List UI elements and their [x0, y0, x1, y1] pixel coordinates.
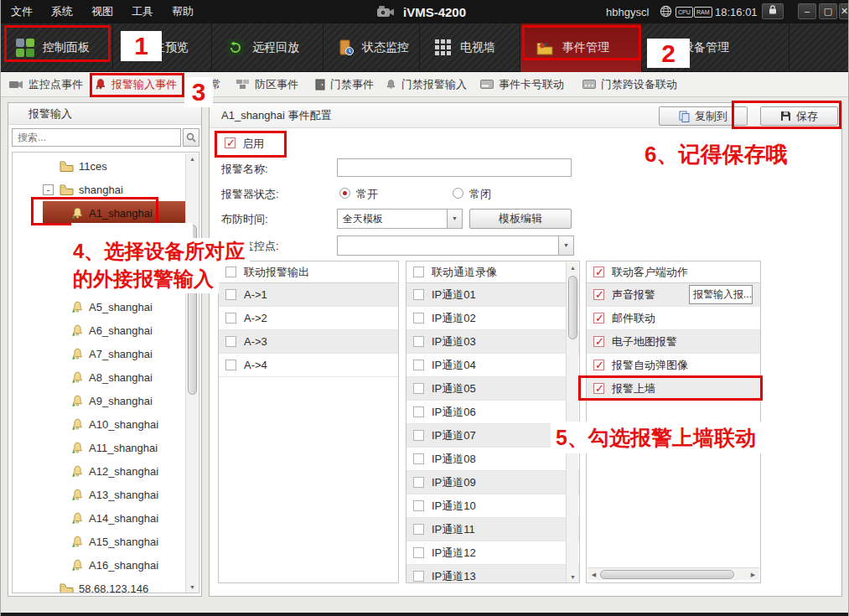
option-checkbox[interactable]: [225, 336, 236, 347]
linkage-option-row[interactable]: IP通道09: [406, 471, 579, 494]
option-checkbox[interactable]: [225, 289, 236, 300]
header-checkbox[interactable]: [225, 267, 236, 277]
network-globe-icon[interactable]: [660, 5, 672, 18]
channel-scrollbar[interactable]: ▲ ▼: [566, 262, 578, 583]
scroll-right-icon[interactable]: ▶: [747, 568, 759, 580]
event-tab-zone-event[interactable]: 防区事件: [236, 77, 298, 92]
option-checkbox[interactable]: [413, 406, 424, 417]
option-checkbox[interactable]: [593, 360, 604, 370]
normally-open-radio[interactable]: [339, 188, 350, 199]
option-checkbox[interactable]: [413, 313, 424, 324]
ram-usage-icon[interactable]: RAM: [694, 7, 712, 18]
event-tab-device-exception-partial[interactable]: 常: [210, 77, 221, 92]
lock-button[interactable]: [762, 3, 784, 19]
client-action-hscrollbar[interactable]: ◀ ▶: [588, 567, 759, 580]
linkage-option-row[interactable]: IP通道12: [406, 541, 579, 565]
search-button[interactable]: [183, 128, 199, 147]
tree-item[interactable]: - A16_shanghai: [13, 553, 186, 577]
linkage-option-row[interactable]: A->1: [219, 283, 398, 307]
option-checkbox[interactable]: [593, 313, 604, 324]
option-checkbox[interactable]: [413, 336, 424, 347]
option-checkbox[interactable]: [593, 383, 604, 394]
save-button[interactable]: 保存: [760, 106, 838, 126]
linkage-option-row[interactable]: IP通道03: [406, 330, 579, 354]
tree-item[interactable]: - A6_shanghai: [13, 318, 186, 342]
channel-scrollbar-thumb[interactable]: [568, 276, 577, 339]
header-checkbox[interactable]: [413, 267, 424, 277]
option-checkbox[interactable]: [225, 360, 236, 370]
menu-help[interactable]: 帮助: [168, 3, 197, 21]
option-checkbox[interactable]: [593, 336, 604, 347]
tree-scrollbar[interactable]: ▲ ▼: [185, 153, 198, 593]
chevron-down-icon[interactable]: ▼: [447, 210, 462, 228]
menu-file[interactable]: 文件: [8, 3, 36, 21]
scroll-up-icon[interactable]: ▲: [186, 153, 199, 165]
linkage-option-row[interactable]: IP通道11: [406, 518, 579, 541]
tree-item[interactable]: - A7_shanghai: [13, 342, 186, 365]
linkage-option-row[interactable]: IP通道02: [406, 307, 579, 330]
tree-item[interactable]: - 58.68.123.146: [13, 577, 186, 593]
sound-type-combo[interactable]: 报警输入报...: [689, 285, 753, 304]
linkage-option-row[interactable]: 电子地图报警: [587, 330, 760, 354]
tab-remote-playback[interactable]: 远程回放: [212, 23, 324, 72]
option-checkbox[interactable]: [413, 477, 424, 488]
scroll-down-icon[interactable]: ▼: [567, 572, 579, 583]
enable-checkbox[interactable]: [225, 137, 236, 148]
scroll-up-icon[interactable]: ▲: [567, 262, 579, 274]
option-checkbox[interactable]: [413, 547, 424, 558]
tree-item[interactable]: - A11_shanghai: [13, 436, 186, 459]
search-input[interactable]: [12, 128, 181, 147]
hscrollbar-thumb[interactable]: [600, 570, 734, 579]
tab-status-monitor[interactable]: 状态监控: [324, 23, 420, 72]
linkage-option-row[interactable]: 报警自动弹图像: [587, 354, 760, 377]
trigger-camera-select[interactable]: ▼: [337, 236, 574, 256]
event-tab-cross-device-linkage[interactable]: 门禁跨设备联动: [582, 77, 677, 92]
linkage-option-row[interactable]: IP通道07: [406, 424, 579, 448]
option-checkbox[interactable]: [225, 313, 236, 324]
event-tab-card-linkage[interactable]: 事件卡号联动: [480, 77, 564, 92]
linkage-option-row[interactable]: IP通道13: [406, 565, 579, 583]
option-checkbox[interactable]: [413, 524, 424, 535]
window-minimize-button[interactable]: –: [798, 3, 816, 19]
tree-item[interactable]: - A1_shanghai: [43, 201, 186, 225]
event-tab-access-event[interactable]: 门禁事件: [315, 77, 374, 92]
window-maximize-button[interactable]: ▢: [819, 3, 837, 19]
tab-device-management[interactable]: 设备管理: [642, 23, 789, 72]
tree-item[interactable]: - A8_shanghai: [13, 365, 186, 389]
tree-item[interactable]: - A10_shanghai: [13, 412, 186, 436]
tree-item[interactable]: - A3_shanghai: [13, 248, 186, 272]
tree-item[interactable]: - A13_shanghai: [13, 483, 186, 506]
tree-item[interactable]: - A12_shanghai: [13, 459, 186, 483]
option-checkbox[interactable]: [413, 500, 424, 511]
arming-template-select[interactable]: 全天模板 ▼: [337, 209, 463, 229]
tree-item[interactable]: - A9_shanghai: [13, 389, 186, 412]
copy-to-button[interactable]: 复制到: [659, 106, 748, 126]
linkage-option-row[interactable]: IP通道06: [406, 401, 579, 424]
alarm-name-input[interactable]: [337, 158, 572, 177]
tree-item[interactable]: - A4_shanghai: [13, 272, 186, 295]
tab-event-management[interactable]: 事件管理: [520, 23, 642, 72]
option-checkbox[interactable]: [413, 453, 424, 464]
linkage-option-row[interactable]: IP通道05: [406, 377, 579, 401]
option-checkbox[interactable]: [593, 289, 604, 300]
event-tab-camera-event[interactable]: 监控点事件: [9, 77, 83, 92]
event-tab-alarm-input-event[interactable]: 报警输入事件: [95, 77, 177, 92]
tab-main-view[interactable]: 主预览: [113, 23, 212, 72]
menu-view[interactable]: 视图: [88, 3, 116, 21]
collapse-toggle[interactable]: -: [43, 184, 54, 195]
linkage-option-row[interactable]: IP通道04: [406, 354, 579, 377]
normally-closed-radio[interactable]: [453, 188, 463, 199]
tab-tv-wall[interactable]: 电视墙: [420, 23, 520, 72]
tree-item[interactable]: - 11ces: [13, 154, 186, 178]
linkage-option-row[interactable]: 声音报警 报警输入报...: [587, 283, 760, 307]
linkage-option-row[interactable]: A->4: [219, 354, 398, 377]
option-checkbox[interactable]: [413, 430, 424, 441]
scroll-down-icon[interactable]: ▼: [186, 582, 199, 593]
linkage-option-row[interactable]: A->2: [219, 307, 398, 330]
tree-item[interactable]: - shanghai: [13, 178, 186, 201]
tree-item[interactable]: - A5_shanghai: [13, 295, 186, 318]
option-checkbox[interactable]: [413, 289, 424, 300]
tree-item[interactable]: - A15_shanghai: [13, 530, 186, 553]
tree-item[interactable]: - A2_shanghai: [13, 225, 186, 248]
window-close-button[interactable]: ✕: [839, 3, 849, 19]
